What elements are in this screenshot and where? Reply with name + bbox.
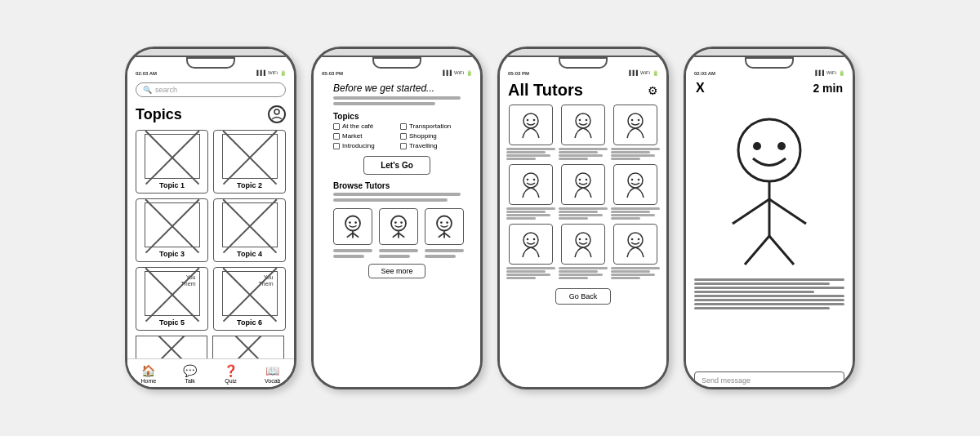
vocab-icon: 📖 bbox=[265, 364, 279, 377]
avatar[interactable] bbox=[268, 105, 286, 123]
checkbox-label-transport: Transportation bbox=[409, 122, 451, 130]
notch-2 bbox=[372, 57, 421, 69]
status-bar-2: 05:03 PM ▐▐▐ WiFi 🔋 bbox=[314, 69, 480, 78]
checkbox-market[interactable]: Market bbox=[333, 132, 394, 140]
chat-messages bbox=[686, 272, 853, 316]
topic-image-2 bbox=[222, 134, 278, 179]
topic-image-4 bbox=[222, 202, 278, 247]
svg-point-31 bbox=[576, 173, 590, 188]
tutors-preview-row bbox=[333, 208, 461, 260]
svg-point-12 bbox=[400, 221, 403, 224]
overlay-them-6: Them bbox=[257, 280, 275, 287]
checkbox-label-cafe: At the café bbox=[342, 122, 373, 130]
checkbox-box-cafe[interactable] bbox=[333, 123, 340, 130]
tutor-card-2[interactable] bbox=[559, 105, 608, 161]
send-message-input[interactable]: Send message bbox=[694, 371, 844, 389]
svg-point-6 bbox=[354, 221, 357, 224]
svg-point-5 bbox=[349, 221, 351, 224]
svg-line-50 bbox=[733, 199, 769, 224]
topic-label-6: Topic 6 bbox=[237, 318, 262, 327]
close-button[interactable]: X bbox=[696, 81, 705, 96]
checkbox-box-introducing[interactable] bbox=[333, 143, 340, 149]
svg-point-0 bbox=[274, 109, 279, 114]
topic-image-1 bbox=[145, 134, 200, 179]
checkbox-travelling[interactable]: Travelling bbox=[400, 142, 461, 149]
topic-card-6[interactable]: You Them Topic 6 bbox=[213, 267, 286, 331]
tutor-card-3[interactable] bbox=[611, 105, 660, 161]
topic-card-3[interactable]: Topic 3 bbox=[136, 198, 208, 262]
see-more-button[interactable]: See more bbox=[368, 264, 425, 278]
topic-image-5: You Them bbox=[145, 271, 200, 316]
topic-card-5[interactable]: You Them Topic 5 bbox=[136, 267, 208, 331]
call-timer: 2 min bbox=[813, 82, 843, 95]
checkbox-shopping[interactable]: Shopping bbox=[400, 132, 461, 140]
nav-vocab[interactable]: 📖 Vocab bbox=[265, 364, 280, 384]
tutor-preview-2[interactable] bbox=[379, 208, 418, 260]
svg-line-9 bbox=[393, 233, 399, 237]
nav-talk[interactable]: 💬 Talk bbox=[183, 364, 197, 384]
topics-checkboxes: At the café Transportation Market Shoppi… bbox=[333, 122, 461, 149]
tutor-card-1[interactable] bbox=[506, 105, 555, 161]
tutor-face-sm-3 bbox=[425, 208, 464, 245]
topic-card-4[interactable]: Topic 4 bbox=[213, 198, 286, 262]
nav-quiz-label: Quiz bbox=[225, 378, 236, 384]
nav-talk-label: Talk bbox=[185, 378, 194, 384]
svg-point-32 bbox=[579, 179, 581, 181]
topics-grid: Topic 1 Topic 2 Topic 3 Topic 4 bbox=[127, 127, 294, 334]
tutor-card-4[interactable] bbox=[506, 164, 555, 220]
notch-1 bbox=[186, 57, 235, 69]
checkbox-box-travelling[interactable] bbox=[400, 143, 407, 149]
checkbox-cafe[interactable]: At the café bbox=[333, 122, 394, 130]
svg-point-17 bbox=[440, 221, 443, 224]
topic-image-6: You Them bbox=[222, 271, 278, 316]
topic-image-3 bbox=[145, 202, 200, 247]
phones-container: 02:03 AM ▐▐▐ WiFi 🔋 🔍 search Topics bbox=[109, 30, 871, 406]
topic-card-1[interactable]: Topic 1 bbox=[136, 130, 208, 194]
svg-point-19 bbox=[523, 113, 538, 128]
checkbox-box-shopping[interactable] bbox=[400, 133, 407, 140]
svg-point-37 bbox=[523, 233, 538, 247]
tutor-face-sm-1 bbox=[333, 208, 372, 245]
svg-point-38 bbox=[527, 238, 529, 241]
tutor-card-6[interactable] bbox=[611, 164, 660, 220]
tutor-card-5[interactable] bbox=[559, 164, 608, 220]
svg-point-26 bbox=[631, 119, 634, 122]
checkbox-box-market[interactable] bbox=[333, 133, 340, 140]
svg-line-4 bbox=[353, 233, 359, 237]
lets-go-button[interactable]: Let's Go bbox=[363, 156, 430, 175]
svg-line-10 bbox=[399, 233, 404, 237]
search-icon: 🔍 bbox=[143, 86, 152, 94]
overlay-them: Them bbox=[180, 280, 198, 287]
tutor-card-7[interactable] bbox=[506, 224, 555, 280]
svg-point-13 bbox=[437, 216, 452, 230]
checkbox-transport[interactable]: Transportation bbox=[400, 122, 461, 130]
tutor-card-8[interactable] bbox=[559, 224, 608, 280]
go-back-button-3[interactable]: Go Back bbox=[555, 288, 612, 305]
nav-quiz[interactable]: ❓ Quiz bbox=[224, 364, 238, 384]
svg-point-30 bbox=[533, 179, 536, 181]
svg-point-35 bbox=[631, 179, 634, 181]
nav-home[interactable]: 🏠 Home bbox=[140, 364, 156, 384]
checkbox-introducing[interactable]: Introducing bbox=[333, 142, 394, 149]
svg-point-45 bbox=[638, 238, 640, 241]
svg-line-15 bbox=[439, 233, 444, 237]
topic-card-2[interactable]: Topic 2 bbox=[213, 130, 286, 194]
svg-point-36 bbox=[638, 179, 640, 181]
checkbox-label-travelling: Travelling bbox=[409, 142, 437, 149]
tutor-card-9[interactable] bbox=[611, 224, 660, 280]
checkbox-label-market: Market bbox=[342, 132, 362, 140]
quiz-icon: ❓ bbox=[224, 364, 238, 377]
svg-point-41 bbox=[579, 238, 581, 241]
tutor-preview-3[interactable] bbox=[425, 208, 464, 260]
topics-section-label: Topics bbox=[333, 112, 461, 121]
svg-point-20 bbox=[527, 119, 529, 122]
notch-4 bbox=[745, 57, 794, 69]
checkbox-box-transport[interactable] bbox=[400, 123, 407, 130]
search-bar[interactable]: 🔍 search bbox=[136, 82, 286, 97]
svg-point-34 bbox=[628, 173, 643, 188]
svg-point-24 bbox=[586, 119, 588, 122]
svg-point-39 bbox=[533, 238, 536, 241]
filter-icon[interactable]: ⚙ bbox=[648, 84, 658, 97]
tutor-preview-1[interactable] bbox=[333, 208, 372, 260]
svg-point-48 bbox=[777, 142, 786, 150]
